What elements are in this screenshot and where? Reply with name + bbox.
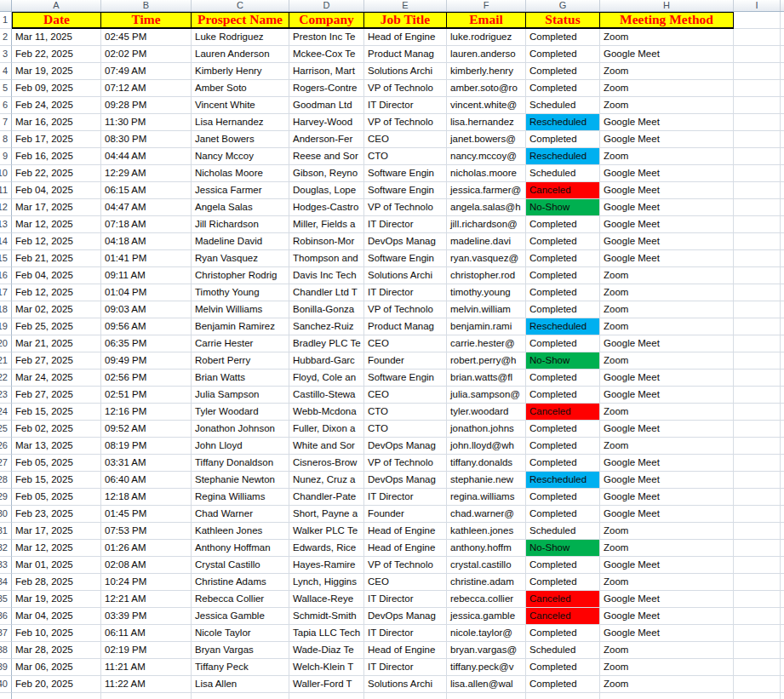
cell-email[interactable]: vincent.white@	[447, 97, 526, 114]
cell-email[interactable]: crystal.castillo	[447, 557, 526, 574]
cell-method[interactable]: Zoom	[600, 284, 734, 301]
cell-date[interactable]: Mar 19, 2025	[12, 63, 101, 80]
row-number[interactable]: 20	[0, 335, 12, 352]
cell-empty[interactable]	[734, 693, 781, 699]
cell-empty[interactable]	[734, 352, 781, 370]
cell-name[interactable]: Kimberly Henry	[192, 63, 289, 80]
row-number[interactable]: 13	[0, 216, 12, 233]
cell-name[interactable]: Christopher Rodrig	[192, 267, 289, 284]
cell-date[interactable]: Mar 12, 2025	[12, 216, 101, 233]
cell-empty[interactable]	[734, 540, 781, 557]
cell-time[interactable]: 04:44 AM	[101, 148, 192, 165]
cell-name[interactable]: Angela Salas	[192, 199, 289, 216]
cell-company[interactable]: Davis Inc Tech	[289, 267, 364, 284]
cell-method[interactable]: Google Meet	[600, 370, 734, 387]
row-number[interactable]: 27	[0, 455, 12, 472]
cell-date[interactable]: Mar 13, 2025	[12, 438, 101, 455]
cell-method[interactable]: Google Meet	[600, 335, 734, 352]
cell-method[interactable]: Google Meet	[600, 46, 734, 63]
cell-title[interactable]: IT Director	[364, 659, 447, 676]
cell-time[interactable]: 08:19 PM	[101, 438, 192, 455]
cell-company[interactable]: Sanchez-Ruiz	[289, 318, 364, 335]
cell-name[interactable]: Jessica Farmer	[192, 182, 289, 199]
cell-method[interactable]: Google Meet	[600, 625, 734, 642]
cell-method[interactable]: Zoom	[600, 29, 734, 46]
cell-date[interactable]: Feb 16, 2025	[12, 148, 101, 165]
cell-empty[interactable]	[734, 250, 781, 267]
cell-title[interactable]: IT Director	[364, 216, 447, 233]
cell-method[interactable]: Zoom	[600, 301, 734, 318]
cell-method[interactable]: Google Meet	[600, 233, 734, 250]
cell-time[interactable]: 06:35 PM	[101, 335, 192, 352]
cell-time[interactable]: 09:28 PM	[101, 97, 192, 114]
cell-date[interactable]: Feb 28, 2025	[12, 574, 101, 591]
cell-time[interactable]: 09:52 AM	[101, 421, 192, 438]
cell-date[interactable]: Mar 16, 2025	[12, 114, 101, 131]
row-number[interactable]: 22	[0, 370, 12, 387]
cell-title[interactable]: Head of Engine	[364, 642, 447, 659]
cell-date[interactable]: Feb 21, 2025	[12, 250, 101, 267]
cell-title[interactable]: Head of Engine	[364, 29, 447, 46]
cell-company[interactable]: Harrison, Mart	[289, 63, 364, 80]
cell-method[interactable]: Zoom	[600, 318, 734, 335]
cell-time[interactable]: 03:39 PM	[101, 608, 192, 625]
cell-name[interactable]: Janet Bowers	[192, 131, 289, 148]
column-header-letter[interactable]: A	[12, 0, 101, 11]
cell-status-badge[interactable]: Canceled	[526, 404, 600, 421]
cell-title[interactable]: Head of Engine	[364, 523, 447, 540]
cell-status-badge[interactable]: Completed	[526, 233, 600, 250]
cell-email[interactable]: christopher.rod	[447, 267, 526, 284]
cell-title[interactable]: Solutions Archi	[364, 267, 447, 284]
cell-company[interactable]: Castillo-Stewa	[289, 387, 364, 404]
cell-time[interactable]: 02:08 AM	[101, 557, 192, 574]
cell-status-badge[interactable]: Completed	[526, 131, 600, 148]
row-number[interactable]: 25	[0, 421, 12, 438]
row-number[interactable]: 6	[0, 97, 12, 114]
header-cell-company[interactable]: Company	[289, 12, 364, 29]
cell-status-badge[interactable]: No-Show	[526, 199, 600, 216]
cell-empty[interactable]	[734, 233, 781, 250]
cell-status-badge[interactable]: Canceled	[526, 608, 600, 625]
cell-method[interactable]: Google Meet	[600, 557, 734, 574]
cell-date[interactable]: Feb 22, 2025	[12, 165, 101, 182]
cell-date[interactable]	[12, 693, 101, 699]
cell-date[interactable]: Feb 20, 2025	[12, 676, 101, 693]
cell-email[interactable]: julia.sampson@	[447, 387, 526, 404]
cell-name[interactable]: Kathleen Jones	[192, 523, 289, 540]
cell-method[interactable]: Zoom	[600, 267, 734, 284]
row-number[interactable]: 1	[0, 12, 12, 29]
cell-time[interactable]: 02:45 PM	[101, 29, 192, 46]
row-number[interactable]: 37	[0, 625, 12, 642]
cell-time[interactable]: 07:12 AM	[101, 80, 192, 97]
cell-status-badge[interactable]: Rescheduled	[526, 148, 600, 165]
cell-email[interactable]: madeline.davi	[447, 233, 526, 250]
cell-email[interactable]: nicholas.moore	[447, 165, 526, 182]
cell-status-badge[interactable]: Completed	[526, 335, 600, 352]
cell-method[interactable]: Google Meet	[600, 591, 734, 608]
cell-name[interactable]: Jessica Gamble	[192, 608, 289, 625]
cell-empty[interactable]	[734, 80, 781, 97]
cell-empty[interactable]	[734, 472, 781, 489]
cell-status-badge[interactable]: Completed	[526, 387, 600, 404]
cell-status-badge[interactable]: Completed	[526, 80, 600, 97]
cell-empty[interactable]	[734, 284, 781, 301]
cell-date[interactable]: Feb 09, 2025	[12, 80, 101, 97]
row-number[interactable]: 3	[0, 46, 12, 63]
cell-title[interactable]: Software Engin	[364, 370, 447, 387]
cell-company[interactable]	[289, 693, 364, 699]
cell-name[interactable]: Lauren Anderson	[192, 46, 289, 63]
row-number[interactable]: 10	[0, 165, 12, 182]
cell-date[interactable]: Feb 24, 2025	[12, 97, 101, 114]
cell-title[interactable]: VP of Technolo	[364, 455, 447, 472]
cell-email[interactable]: bryan.vargas@	[447, 642, 526, 659]
cell-method[interactable]: Zoom	[600, 404, 734, 421]
cell-company[interactable]: Rogers-Contre	[289, 80, 364, 97]
cell-empty[interactable]	[734, 608, 781, 625]
cell-date[interactable]: Feb 15, 2025	[12, 404, 101, 421]
cell-status-badge[interactable]: Rescheduled	[526, 114, 600, 131]
cell-time[interactable]: 04:18 AM	[101, 233, 192, 250]
cell-method[interactable]: Zoom	[600, 148, 734, 165]
cell-method[interactable]: Google Meet	[600, 387, 734, 404]
cell-name[interactable]: Carrie Hester	[192, 335, 289, 352]
cell-name[interactable]: Lisa Hernandez	[192, 114, 289, 131]
